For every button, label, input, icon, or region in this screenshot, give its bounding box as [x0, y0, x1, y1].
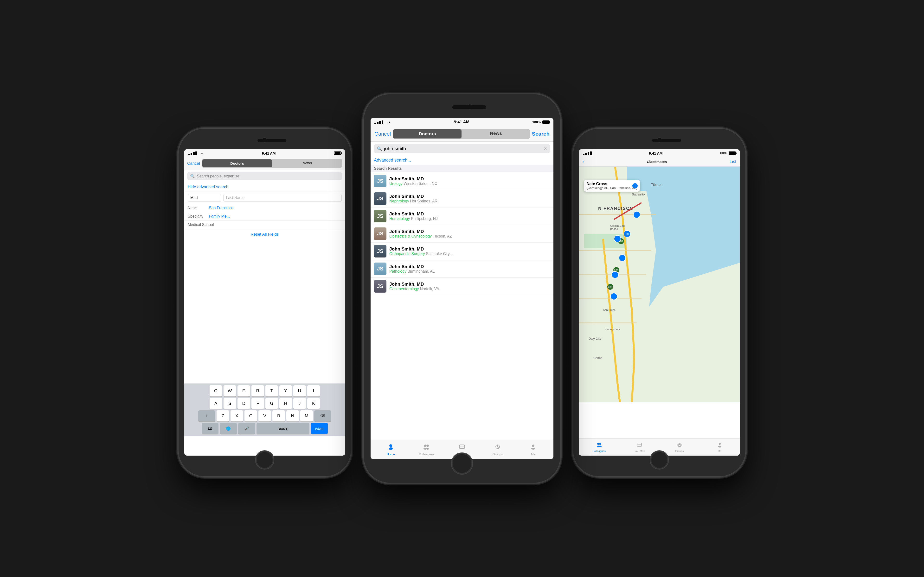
- key-s[interactable]: S: [223, 398, 236, 409]
- svg-line-10: [498, 447, 499, 448]
- tab-colleagues-label: Colleagues: [418, 453, 434, 456]
- key-u[interactable]: U: [293, 385, 306, 396]
- key-a[interactable]: A: [210, 398, 222, 409]
- key-d[interactable]: D: [237, 398, 250, 409]
- key-z[interactable]: Z: [216, 410, 229, 421]
- right-tab-groups[interactable]: Groups: [659, 442, 699, 453]
- result-name-2: John Smith, MD: [389, 194, 550, 199]
- tab-colleagues[interactable]: Colleagues: [409, 443, 444, 456]
- left-status-left: ▲: [188, 152, 204, 155]
- key-b[interactable]: B: [272, 410, 285, 421]
- center-news-tab[interactable]: News: [462, 129, 530, 139]
- key-x[interactable]: X: [231, 410, 243, 421]
- result-specialty-2: Nephrology Hot Springs, AR: [389, 199, 550, 203]
- avatar-face-2: JS: [374, 192, 386, 205]
- key-shift[interactable]: ⇧: [198, 410, 215, 421]
- tab-groups[interactable]: Groups: [480, 443, 515, 456]
- key-c[interactable]: C: [244, 410, 257, 421]
- specialty-value[interactable]: Family Me...: [209, 214, 230, 219]
- result-item-7[interactable]: JS John Smith, MD Gastroenterology Norfo…: [371, 278, 553, 295]
- center-battery-pct: 100%: [532, 120, 541, 124]
- tab-me-label: Me: [531, 453, 535, 456]
- right-home-button[interactable]: [650, 450, 669, 469]
- right-tab-me[interactable]: Me: [699, 442, 740, 453]
- location-5: Salt Lake City,...: [426, 252, 454, 256]
- result-item-2[interactable]: JS John Smith, MD Nephrology Hot Springs…: [371, 190, 553, 208]
- svg-point-56: [678, 446, 681, 447]
- result-avatar-3: JS: [374, 210, 386, 222]
- right-phone-screen: 9:41 AM 100% ‹ Classmates List: [579, 149, 740, 456]
- result-item-3[interactable]: JS John Smith, MD Hematology Phillipsbur…: [371, 208, 553, 225]
- svg-point-58: [718, 446, 721, 447]
- result-specialty-6: Pathology Birmingham, AL: [389, 269, 550, 274]
- center-search-input[interactable]: [384, 146, 542, 152]
- hide-advanced-link[interactable]: Hide advanced search: [184, 182, 345, 192]
- key-h[interactable]: H: [279, 398, 292, 409]
- key-m[interactable]: M: [300, 410, 313, 421]
- left-search-input[interactable]: [197, 174, 339, 178]
- left-doctors-tab[interactable]: Doctors: [202, 160, 272, 167]
- key-space[interactable]: space: [257, 423, 309, 434]
- kb-row-3: ⇧ Z X C V B N M ⌫: [185, 410, 344, 421]
- key-g[interactable]: G: [265, 398, 278, 409]
- key-t[interactable]: T: [265, 385, 278, 396]
- result-item-5[interactable]: JS John Smith, MD Orthopaedic Surgery Sa…: [371, 243, 553, 260]
- svg-point-12: [531, 448, 535, 450]
- result-avatar-6: JS: [374, 263, 386, 275]
- c-dot-4: [382, 121, 383, 124]
- key-n[interactable]: N: [286, 410, 299, 421]
- center-wifi-icon: ▲: [388, 120, 391, 124]
- avatar-face-7: JS: [374, 280, 386, 293]
- key-delete[interactable]: ⌫: [314, 410, 331, 421]
- right-tab-colleagues[interactable]: Colleagues: [579, 442, 619, 453]
- key-123[interactable]: 123: [202, 423, 218, 434]
- key-r[interactable]: R: [252, 385, 264, 396]
- result-item-6[interactable]: JS John Smith, MD Pathology Birmingham, …: [371, 260, 553, 278]
- right-back-button[interactable]: ‹: [582, 159, 584, 164]
- signal-dot-3: [193, 152, 195, 155]
- key-globe[interactable]: 🌐: [220, 423, 237, 434]
- result-item-1[interactable]: JS John Smith, MD Urology Winston Salem,…: [371, 172, 553, 190]
- key-i[interactable]: I: [307, 385, 320, 396]
- key-k[interactable]: K: [307, 398, 320, 409]
- key-mic[interactable]: 🎤: [238, 423, 255, 434]
- center-signal: [375, 121, 386, 124]
- svg-point-46: [611, 293, 617, 300]
- svg-point-11: [532, 445, 535, 447]
- callout-info-button[interactable]: i: [632, 183, 638, 189]
- last-name-input[interactable]: [223, 194, 342, 202]
- home-icon: [388, 443, 394, 452]
- right-tab-colleagues-label: Colleagues: [593, 450, 606, 453]
- reset-fields-button[interactable]: Reset All Fields: [184, 229, 345, 240]
- key-v[interactable]: V: [258, 410, 271, 421]
- left-news-tab[interactable]: News: [272, 159, 342, 168]
- first-name-input[interactable]: [188, 194, 221, 202]
- key-e[interactable]: E: [237, 385, 250, 396]
- key-return[interactable]: return: [311, 423, 328, 434]
- signal-dot-1: [188, 154, 190, 155]
- left-cancel-button[interactable]: Cancel: [187, 161, 200, 166]
- key-f[interactable]: F: [252, 398, 264, 409]
- left-home-button[interactable]: [255, 450, 274, 469]
- svg-point-53: [678, 443, 680, 445]
- c-dot-3: [379, 121, 381, 124]
- key-q[interactable]: Q: [210, 385, 222, 396]
- center-doctors-tab[interactable]: Doctors: [393, 129, 461, 139]
- result-item-4[interactable]: JS John Smith, MD Obstetrics & Gynecolog…: [371, 225, 553, 243]
- search-clear-button[interactable]: ✕: [544, 146, 547, 152]
- key-j[interactable]: J: [293, 398, 306, 409]
- center-search-button[interactable]: Search: [532, 131, 549, 137]
- c-dot-1: [375, 122, 376, 124]
- tab-home[interactable]: Home: [373, 443, 409, 456]
- tab-me[interactable]: Me: [515, 443, 551, 456]
- key-w[interactable]: W: [223, 385, 236, 396]
- right-tab-faxmail[interactable]: Fax+Mail: [619, 442, 659, 453]
- right-list-button[interactable]: List: [730, 159, 736, 164]
- specialty-4: Obstetrics & Gynecology: [389, 234, 432, 238]
- near-value[interactable]: San Francisco: [209, 206, 233, 210]
- advanced-search-link[interactable]: Advanced search...: [371, 156, 553, 165]
- center-cancel-button[interactable]: Cancel: [375, 131, 391, 137]
- center-home-button[interactable]: [451, 453, 473, 475]
- key-y[interactable]: Y: [279, 385, 292, 396]
- callout-name: Nate Gross: [586, 182, 637, 186]
